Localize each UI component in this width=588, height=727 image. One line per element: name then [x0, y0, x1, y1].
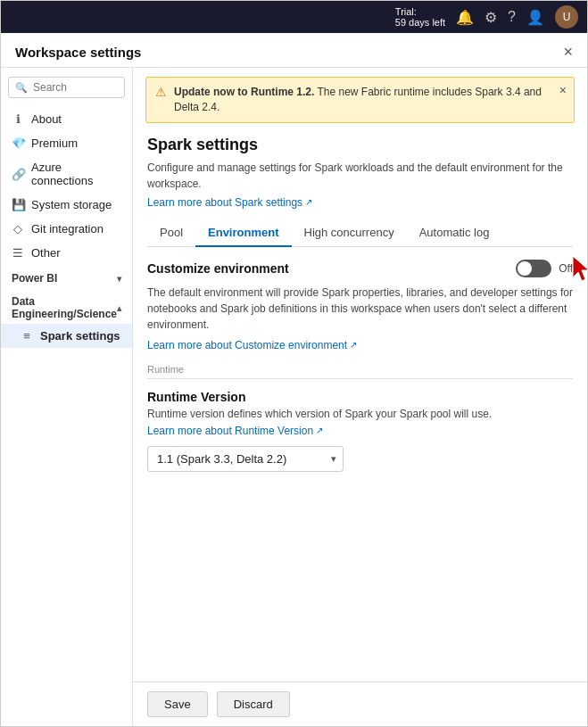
modal-header: Workspace settings × [1, 33, 587, 68]
storage-icon: 💾 [12, 198, 24, 211]
toggle-knob [518, 261, 532, 276]
runtime-version-select[interactable]: 1.1 (Spark 3.3, Delta 2.2) 1.2 (Spark 3.… [147, 446, 344, 472]
external-link-icon: ↗ [350, 340, 357, 350]
sidebar-item-premium[interactable]: 💎 Premium [1, 131, 132, 155]
customize-title: Customize environment [147, 261, 289, 276]
tab-pool[interactable]: Pool [147, 219, 195, 247]
account-icon[interactable]: 👤 [526, 9, 544, 26]
close-button[interactable]: × [563, 44, 573, 60]
toggle-container: Off [516, 260, 573, 277]
notification-icon[interactable]: 🔔 [456, 9, 474, 26]
tabs: Pool Environment High concurrency Automa… [147, 219, 573, 247]
alert-text: Update now to Runtime 1.2. The new Fabri… [174, 85, 565, 115]
svg-marker-0 [573, 256, 587, 281]
section-data-engineering[interactable]: Data Engineering/Science ▴ [1, 288, 132, 324]
section-label: Data Engineering/Science [12, 295, 117, 320]
settings-icon[interactable]: ⚙ [484, 9, 497, 26]
info-icon: ℹ [12, 112, 24, 126]
discard-button[interactable]: Discard [217, 691, 290, 717]
tab-automatic-log[interactable]: Automatic log [407, 219, 502, 247]
sidebar-item-label: Git integration [31, 222, 104, 235]
runtime-divider: Runtime [147, 364, 573, 379]
sidebar-item-system-storage[interactable]: 💾 System storage [1, 193, 132, 217]
section-power-bi[interactable]: Power BI ▾ [1, 265, 132, 288]
chevron-down-icon: ▾ [117, 274, 121, 284]
external-link-icon: ↗ [305, 197, 312, 207]
sidebar-item-label: System storage [31, 198, 112, 211]
sidebar-item-git-integration[interactable]: ◇ Git integration [1, 217, 132, 241]
git-icon: ◇ [12, 222, 24, 235]
search-icon: 🔍 [15, 82, 28, 94]
premium-icon: 💎 [12, 136, 24, 150]
learn-customize-link[interactable]: Learn more about Customize environment ↗ [147, 339, 357, 351]
sidebar-item-label: Premium [31, 136, 78, 150]
section-label: Power BI [12, 272, 57, 285]
search-box[interactable]: 🔍 [8, 77, 125, 98]
other-icon: ☰ [12, 246, 24, 260]
alert-close-button[interactable]: × [559, 83, 567, 97]
toggle-label: Off [559, 262, 573, 275]
modal-title: Workspace settings [15, 45, 141, 60]
trial-info: Trial: 59 days left [395, 6, 445, 28]
alert-banner: ⚠ Update now to Runtime 1.2. The new Fab… [145, 77, 575, 123]
runtime-version-select-wrapper: 1.1 (Spark 3.3, Delta 2.2) 1.2 (Spark 3.… [147, 446, 344, 472]
sidebar: 🔍 ℹ About 💎 Premium 🔗 Azure connections … [1, 68, 133, 726]
customize-description: The default environment will provide Spa… [147, 285, 573, 333]
sidebar-item-label: Azure connections [31, 161, 121, 187]
tab-environment[interactable]: Environment [195, 219, 291, 247]
sidebar-item-label: Other [31, 246, 61, 260]
warning-icon: ⚠ [155, 85, 167, 99]
tab-high-concurrency[interactable]: High concurrency [292, 219, 407, 247]
runtime-version-description: Runtime version defines which version of… [147, 408, 573, 420]
page-content: Spark settings Configure and manage sett… [133, 123, 587, 682]
sidebar-item-label: Spark settings [40, 329, 120, 343]
avatar[interactable]: U [555, 5, 578, 29]
sidebar-item-label: About [31, 112, 62, 126]
runtime-version-title: Runtime Version [147, 390, 573, 404]
learn-runtime-link[interactable]: Learn more about Runtime Version ↗ [147, 425, 323, 437]
sidebar-item-azure-connections[interactable]: 🔗 Azure connections [1, 155, 132, 193]
azure-icon: 🔗 [12, 168, 24, 181]
page-title: Spark settings [147, 136, 573, 154]
spark-icon: ≡ [21, 329, 33, 343]
modal-footer: Save Discard [133, 682, 587, 726]
save-button[interactable]: Save [147, 691, 208, 717]
sidebar-item-spark-settings[interactable]: ≡ Spark settings [1, 324, 132, 348]
main-content: ⚠ Update now to Runtime 1.2. The new Fab… [133, 68, 587, 726]
customize-toggle[interactable] [516, 260, 551, 277]
topbar: Trial: 59 days left 🔔 ⚙ ? 👤 U [1, 1, 587, 33]
learn-spark-link[interactable]: Learn more about Spark settings ↗ [147, 196, 312, 209]
page-description: Configure and manage settings for Spark … [147, 160, 573, 192]
help-icon[interactable]: ? [508, 9, 516, 25]
customize-section-header: Customize environment Off [147, 260, 573, 277]
chevron-up-icon: ▴ [117, 303, 121, 313]
workspace-settings-modal: Trial: 59 days left 🔔 ⚙ ? 👤 U Workspace … [0, 0, 588, 727]
search-input[interactable] [33, 81, 118, 94]
modal-body: 🔍 ℹ About 💎 Premium 🔗 Azure connections … [1, 68, 587, 726]
sidebar-item-about[interactable]: ℹ About [1, 107, 132, 131]
external-link-icon: ↗ [316, 425, 323, 435]
sidebar-item-other[interactable]: ☰ Other [1, 241, 132, 265]
